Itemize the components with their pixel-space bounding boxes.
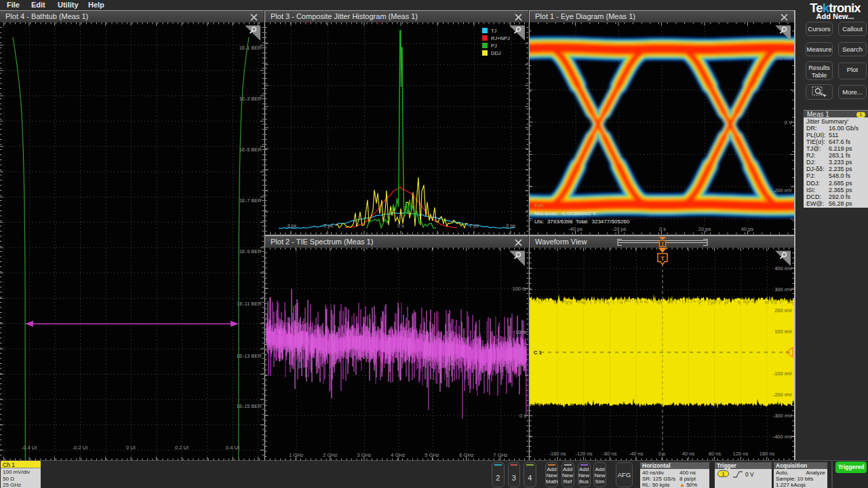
svg-text:7 GHz: 7 GHz [493,452,508,458]
svg-text:1E-15 BER: 1E-15 BER [236,403,262,409]
svg-text:1E-1 BER: 1E-1 BER [239,45,262,51]
svg-text:5 GHz: 5 GHz [425,452,439,458]
svg-text:200 mV: 200 mV [774,307,792,314]
svg-text:1E-3 BER: 1E-3 BER [239,96,262,102]
svg-text:-160 ns: -160 ns [549,451,566,457]
svg-text:2 GHz: 2 GHz [323,452,338,458]
svg-text:T: T [661,241,665,247]
svg-text:-0.4 UI: -0.4 UI [22,445,37,451]
svg-text:1 GHz: 1 GHz [289,452,304,458]
svg-text:UIs: 3793/6398 Total: 32347: UIs: 3793/6398 Total: 323477/505260 [534,219,630,225]
svg-text:-40 ps: -40 ps [568,226,583,232]
svg-text:DDJ: DDJ [491,50,501,56]
svg-text:80 ns: 80 ns [709,451,722,457]
svg-text:C 1: C 1 [534,350,542,356]
svg-text:-3 ps: -3 ps [285,223,297,229]
svg-text:-400 mV: -400 mV [773,434,792,440]
svg-text:1E-5 BER: 1E-5 BER [239,147,262,153]
svg-text:-80 ns: -80 ns [603,451,617,457]
svg-text:120 ns: 120 ns [733,451,749,457]
svg-text:0 UI: 0 UI [126,445,136,451]
svg-text:1E-7 BER: 1E-7 BER [239,198,262,204]
svg-text:Mid-level: -0.00386902 V: Mid-level: -0.00386902 V [534,210,597,217]
svg-text:0 s: 0 s [658,451,665,457]
svg-text:20 ps: 20 ps [698,226,711,232]
svg-text:PJ: PJ [491,43,497,49]
svg-text:TJ: TJ [491,28,497,34]
svg-text:-100 mV: -100 mV [773,371,792,377]
svg-text:40 ns: 40 ns [682,451,695,457]
svg-text:T: T [660,255,665,262]
svg-text:Eye: Eye [534,202,544,208]
svg-text:3 GHz: 3 GHz [357,452,372,458]
svg-text:1E-11 BER: 1E-11 BER [237,301,262,307]
svg-text:160 ns: 160 ns [760,451,775,457]
svg-text:6 GHz: 6 GHz [459,452,474,458]
svg-text:0 s: 0 s [659,226,666,232]
svg-text:2 ps: 2 ps [469,223,479,229]
svg-text:100 fs: 100 fs [513,286,527,292]
svg-text:0.2 UI: 0.2 UI [175,445,189,451]
svg-text:200 mV: 200 mV [774,55,792,61]
svg-text:-120 ns: -120 ns [575,451,592,457]
svg-text:0.4 UI: 0.4 UI [226,445,239,451]
svg-text:0 V: 0 V [785,119,792,126]
svg-text:-300 mV: -300 mV [773,413,792,419]
svg-text:-40 ns: -40 ns [629,451,644,457]
svg-text:10 fs: 10 fs [515,329,527,335]
svg-text:-200 mV: -200 mV [773,187,792,193]
svg-text:3 ps: 3 ps [506,223,515,229]
svg-text:1E-13 BER: 1E-13 BER [236,353,262,359]
svg-text:-2 ps: -2 ps [322,223,334,229]
svg-text:0 s: 0 s [519,413,526,419]
svg-text:-20 ps: -20 ps [612,226,627,232]
svg-text:RJ+NPJ: RJ+NPJ [491,35,510,41]
svg-text:-200 mV: -200 mV [773,392,792,398]
svg-text:1E-9 BER: 1E-9 BER [239,248,262,255]
svg-text:-0.2 UI: -0.2 UI [73,445,88,451]
svg-text:300 mV: 300 mV [774,286,792,293]
svg-text:4 GHz: 4 GHz [391,452,406,458]
svg-text:100 mV: 100 mV [774,329,792,335]
svg-text:0 s: 0 s [397,223,404,229]
svg-text:400 mV: 400 mV [774,265,792,271]
svg-text:40 ps: 40 ps [741,226,754,232]
